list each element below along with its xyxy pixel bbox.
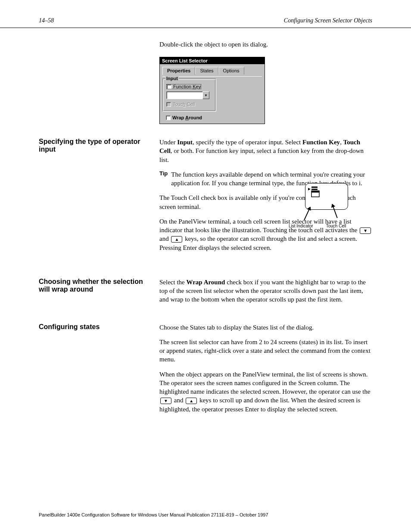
states-para2: The screen list selector can have from 2… (159, 338, 372, 364)
wrap-around-label: Wrap Around (172, 115, 202, 120)
down-arrow-key-icon: ▼ (160, 398, 171, 404)
states-para3: When the object appears on the PanelView… (159, 370, 372, 414)
svg-rect-4 (311, 191, 319, 193)
input-groupbox: Input Function Key ▼ (162, 78, 216, 112)
function-key-dropdown[interactable]: ▼ (166, 91, 209, 99)
section-operator-input: Specifying the type of operator input Un… (39, 138, 372, 265)
tab-properties[interactable]: Properties (162, 67, 195, 75)
svg-rect-2 (311, 189, 318, 190)
dialog-titlebar: Screen List Selector (160, 57, 265, 64)
section-heading-operator-input: Specifying the type of operator input (39, 138, 146, 153)
list-indicator-icon (308, 186, 322, 198)
touch-cell-checkbox-row: Touch Cell (166, 102, 212, 107)
intro-paragraph: Double-click the object to open its dial… (159, 41, 372, 48)
svg-marker-0 (308, 188, 311, 190)
touch-cell-illustration: List Indicator Touch Cell (299, 183, 355, 235)
dropdown-field[interactable] (166, 91, 202, 99)
tab-options[interactable]: Options (218, 67, 244, 75)
operator-input-para1: Under Input, specify the type of operato… (159, 138, 372, 164)
groupbox-label: Input (165, 76, 179, 81)
touch-cell-label: Touch Cell (173, 102, 195, 107)
section-configuring-states: Configuring states Choose the States tab… (39, 323, 372, 420)
up-arrow-key-icon: ▲ (186, 398, 197, 404)
page-header: 14–58 Configuring Screen Selector Object… (0, 0, 411, 28)
illus-label-touch-cell: Touch Cell (326, 224, 346, 228)
tab-states[interactable]: States (195, 67, 218, 75)
down-arrow-key-icon: ▼ (360, 227, 371, 234)
section-heading-wrap-around: Choosing whether the selection will wrap… (39, 278, 146, 293)
function-key-checkbox-row[interactable]: Function Key (166, 84, 201, 89)
page-number: 14–58 (39, 17, 54, 24)
wrap-around-para: Select the Wrap Around check box if you … (159, 278, 372, 304)
function-key-label: Function Key (173, 84, 201, 89)
section-wrap-around: Choosing whether the selection will wrap… (39, 278, 372, 310)
checkbox-icon (167, 84, 171, 89)
arrow-icon (304, 207, 311, 221)
up-arrow-key-icon: ▲ (171, 236, 182, 243)
section-heading-states: Configuring states (39, 323, 146, 331)
wrap-around-checkbox-row[interactable]: Wrap Around (166, 115, 262, 120)
page-footer: PanelBuilder 1400e Configuration Softwar… (39, 512, 268, 517)
states-para1: Choose the States tab to display the Sta… (159, 323, 372, 332)
illus-label-list-indicator: List Indicator (289, 224, 313, 228)
tip-label: Tip (159, 170, 168, 177)
chevron-down-icon[interactable]: ▼ (202, 91, 209, 99)
checkbox-icon (166, 115, 171, 120)
screen-list-selector-dialog: Screen List Selector Properties States O… (159, 57, 265, 124)
svg-rect-1 (311, 187, 318, 188)
page-title: Configuring Screen Selector Objects (284, 17, 372, 24)
dialog-tabs: Properties States Options (162, 67, 262, 75)
checkbox-icon (166, 102, 171, 107)
